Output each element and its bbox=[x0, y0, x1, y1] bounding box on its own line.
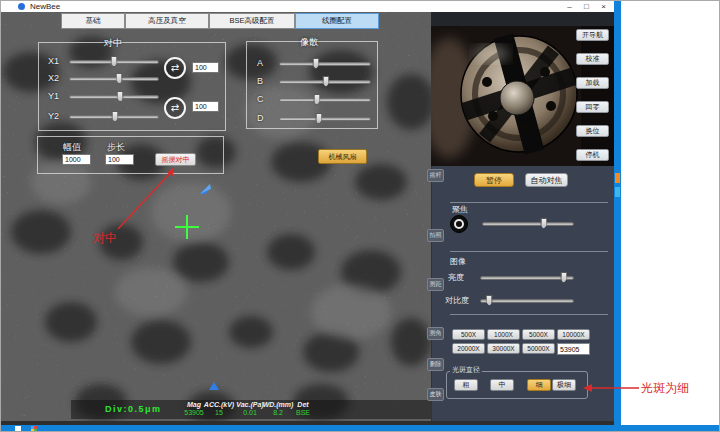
step-label: 步长 bbox=[107, 141, 125, 154]
slider-x2-thumb[interactable] bbox=[116, 73, 123, 84]
x-range-input[interactable] bbox=[192, 62, 219, 73]
brightness-slider-thumb[interactable] bbox=[560, 272, 567, 283]
slider-x1-thumb[interactable] bbox=[111, 56, 118, 67]
amplitude-step-group: 幅值 步长 摇摆对中 bbox=[37, 136, 224, 174]
annotation-centering-note: 对中 bbox=[93, 230, 117, 247]
brightness-label: 亮度 bbox=[448, 272, 464, 283]
tool-joystick-button[interactable]: 摇杆 bbox=[427, 169, 444, 182]
channel-x1-label: X1 bbox=[48, 56, 59, 66]
tab-coil-config[interactable]: 线圈配置 bbox=[295, 13, 379, 29]
pause-button[interactable]: 暂停 bbox=[474, 173, 514, 187]
tab-bse-advanced[interactable]: BSE高级配置 bbox=[209, 13, 295, 29]
slider-stig-a[interactable] bbox=[279, 58, 371, 70]
spot-diameter-label: 光斑直径 bbox=[450, 365, 482, 375]
pinned-app-icon[interactable] bbox=[31, 426, 37, 432]
slider-x2[interactable] bbox=[69, 73, 159, 85]
slider-stig-b[interactable] bbox=[279, 76, 371, 88]
slider-stig-c-thumb[interactable] bbox=[313, 94, 320, 105]
status-col-vac: Vac.(Pa) 0.01 bbox=[236, 401, 263, 416]
contrast-slider-thumb[interactable] bbox=[486, 295, 493, 306]
tab-hv-vacuum[interactable]: 高压及真空 bbox=[125, 13, 209, 29]
slider-y2[interactable] bbox=[69, 111, 159, 123]
slider-stig-a-track[interactable] bbox=[279, 62, 371, 66]
taskbar-app-icon[interactable] bbox=[615, 187, 620, 197]
tool-capture-button[interactable]: 拍照 bbox=[427, 229, 444, 242]
taskbar-app-icon[interactable] bbox=[615, 173, 620, 183]
mag-30000x-button[interactable]: 30000X bbox=[487, 343, 520, 354]
focus-slider-thumb[interactable] bbox=[540, 218, 547, 229]
divider bbox=[450, 251, 608, 252]
xy-rotate-icon[interactable]: ⇄ bbox=[164, 97, 186, 119]
mag-10000x-button[interactable]: 10000X bbox=[557, 329, 590, 340]
channel-y1-label: Y1 bbox=[48, 91, 59, 101]
channel-y2-label: Y2 bbox=[48, 111, 59, 121]
photo-top-band bbox=[431, 12, 614, 26]
cursor-marker-icon bbox=[199, 182, 212, 195]
slider-y1-thumb[interactable] bbox=[117, 91, 124, 102]
amplitude-input[interactable] bbox=[62, 154, 91, 165]
y-range-input[interactable] bbox=[192, 101, 219, 112]
brightness-slider-track[interactable] bbox=[480, 276, 574, 280]
tab-basic[interactable]: 基础 bbox=[61, 13, 125, 29]
step-input[interactable] bbox=[105, 154, 134, 165]
status-col-det: Det BSE bbox=[296, 401, 310, 416]
slider-stig-a-thumb[interactable] bbox=[312, 58, 319, 69]
mag-5000x-button[interactable]: 5000X bbox=[522, 329, 555, 340]
spot-fine-button[interactable]: 细 bbox=[527, 379, 551, 391]
spot-ultrafine-button[interactable]: 极细 bbox=[552, 379, 576, 391]
tool-measure-distance-button[interactable]: 测距 bbox=[427, 278, 444, 291]
stigmator-group-title: 像散 bbox=[297, 36, 321, 49]
exchange-position-button[interactable]: 换位 bbox=[576, 125, 609, 137]
slider-stig-d-thumb[interactable] bbox=[315, 113, 322, 124]
spot-medium-button[interactable]: 中 bbox=[490, 379, 514, 391]
divider bbox=[450, 202, 608, 203]
channel-c-label: C bbox=[257, 94, 264, 104]
slider-stig-c[interactable] bbox=[279, 94, 371, 106]
mag-value-input[interactable] bbox=[557, 343, 590, 355]
calibrate-button[interactable]: 校准 bbox=[576, 53, 609, 65]
slider-y1-track[interactable] bbox=[69, 95, 159, 99]
stop-machine-button[interactable]: 停机 bbox=[576, 149, 609, 161]
open-navigation-button[interactable]: 开导航 bbox=[576, 29, 609, 41]
slider-x2-track[interactable] bbox=[69, 77, 159, 81]
tool-skin-button[interactable]: 皮肤 bbox=[427, 388, 444, 401]
mag-50000x-button[interactable]: 50000X bbox=[522, 343, 555, 354]
screenshot-canvas: NewBee – □ × bbox=[0, 0, 720, 432]
slider-y1[interactable] bbox=[69, 91, 159, 103]
mag-1000x-button[interactable]: 1000X bbox=[487, 329, 520, 340]
focus-target-icon[interactable] bbox=[450, 215, 468, 233]
wobble-centering-button[interactable]: 摇摆对中 bbox=[155, 153, 196, 166]
focus-slider[interactable] bbox=[482, 218, 574, 230]
windows-taskbar bbox=[1, 425, 720, 432]
brightness-slider[interactable] bbox=[480, 272, 574, 284]
tool-delete-button[interactable]: 删除 bbox=[427, 358, 444, 371]
config-tab-bar: 基础 高压及真空 BSE高级配置 线圈配置 bbox=[61, 13, 379, 29]
sem-image-viewport[interactable]: 基础 高压及真空 BSE高级配置 线圈配置 对中 X1 X2 Y1 Y2 bbox=[1, 12, 431, 421]
slider-y2-thumb[interactable] bbox=[111, 111, 118, 122]
home-zero-button[interactable]: 回零 bbox=[576, 101, 609, 113]
contrast-label: 对比度 bbox=[445, 295, 469, 306]
slider-stig-b-thumb[interactable] bbox=[322, 76, 329, 87]
channel-x2-label: X2 bbox=[48, 73, 59, 83]
scale-div-label: Div:0.5μm bbox=[105, 404, 162, 414]
centering-group: 对中 X1 X2 Y1 Y2 ⇄ ⇄ bbox=[38, 42, 226, 131]
spot-coarse-button[interactable]: 粗 bbox=[454, 379, 478, 391]
mag-20000x-button[interactable]: 20000X bbox=[452, 343, 485, 354]
autofocus-button[interactable]: 自动对焦 bbox=[525, 173, 568, 187]
windows-start-icon[interactable] bbox=[15, 426, 21, 432]
channel-a-label: A bbox=[257, 58, 263, 68]
tool-measure-angle-button[interactable]: 测角 bbox=[427, 327, 444, 340]
load-button[interactable]: 加载 bbox=[576, 77, 609, 89]
focus-slider-track[interactable] bbox=[482, 222, 574, 226]
mag-500x-button[interactable]: 500X bbox=[452, 329, 485, 340]
centering-group-title: 对中 bbox=[101, 37, 125, 50]
channel-b-label: B bbox=[257, 76, 263, 86]
contrast-slider-track[interactable] bbox=[480, 299, 574, 303]
slider-stig-d-track[interactable] bbox=[279, 117, 371, 121]
slider-stig-c-track[interactable] bbox=[279, 98, 371, 102]
contrast-slider[interactable] bbox=[480, 295, 574, 307]
mechanical-fan-button[interactable]: 机械风扇 bbox=[318, 149, 367, 164]
xy-rotate-icon[interactable]: ⇄ bbox=[164, 57, 186, 79]
slider-stig-d[interactable] bbox=[279, 113, 371, 125]
slider-x1[interactable] bbox=[69, 56, 159, 68]
